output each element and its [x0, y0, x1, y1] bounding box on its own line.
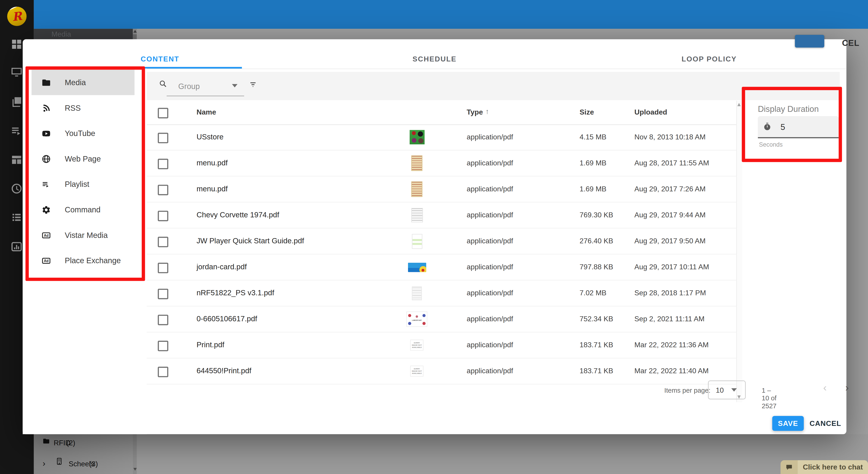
page-range-label: 1 – 10 of 2527 — [762, 386, 776, 410]
file-name: nRF51822_PS v3.1.pdf — [196, 280, 274, 306]
file-size: 769.30 KB — [580, 202, 613, 228]
content-picker-dialog: CONTENT SCHEDULE LOOP POLICY Media RSS Y… — [23, 39, 846, 434]
file-uploaded: Aug 29, 2017 7:26 AM — [634, 177, 706, 202]
file-uploaded: Aug 29, 2017 9:44 AM — [634, 202, 706, 228]
background-scrollbar-thumb — [133, 34, 137, 39]
pagination-bar: Items per page: 10 1 – 10 of 2527 ‹ › — [147, 379, 737, 402]
file-thumbnail — [406, 125, 428, 150]
file-name: menu.pdf — [196, 151, 228, 176]
table-row[interactable]: JW Player Quick Start Guide.pdf applicat… — [147, 228, 737, 254]
row-checkbox[interactable] — [158, 133, 168, 144]
building-icon — [55, 457, 63, 466]
row-checkbox[interactable] — [158, 185, 168, 195]
filter-icon[interactable] — [249, 80, 257, 89]
row-checkbox[interactable] — [158, 315, 168, 325]
reports-icon — [11, 241, 23, 253]
file-name: USstore — [196, 125, 223, 150]
row-checkbox[interactable] — [158, 159, 168, 169]
file-thumbnail — [406, 202, 428, 228]
lists-icon — [11, 211, 23, 223]
file-uploaded: Aug 29, 2017 9:50 AM — [634, 228, 706, 254]
file-uploaded: Sep 2, 2021 11:11 AM — [634, 306, 705, 332]
file-name: menu.pdf — [196, 177, 228, 202]
file-thumbnail — [406, 177, 428, 202]
next-page-button[interactable]: › — [845, 382, 849, 394]
file-name: 0-6605106617.pdf — [196, 306, 257, 332]
file-size: 1.69 MB — [580, 151, 607, 176]
tab-content[interactable]: CONTENT — [23, 39, 297, 69]
table-row[interactable]: menu.pdf application/pdf 1.69 MB Aug 29,… — [147, 177, 737, 202]
group-select[interactable]: Group — [178, 82, 200, 91]
chevron-down-icon — [232, 84, 237, 88]
chat-label: Click here to chat — [803, 463, 863, 471]
column-name[interactable]: Name — [196, 108, 216, 116]
background-tree-header: Media — [34, 29, 133, 39]
search-icon[interactable] — [159, 80, 167, 88]
file-type: application/pdf — [467, 333, 513, 358]
scroll-up-icon[interactable] — [737, 103, 741, 106]
save-button[interactable]: SAVE — [772, 416, 804, 431]
row-checkbox[interactable] — [158, 289, 168, 299]
file-type: application/pdf — [467, 202, 513, 228]
file-size: 276.40 KB — [580, 228, 613, 254]
file-type: application/pdf — [467, 177, 513, 202]
file-size: 4.15 MB — [580, 125, 607, 150]
active-tab-indicator — [139, 67, 242, 68]
table-scrollbar[interactable] — [736, 101, 742, 402]
row-checkbox[interactable] — [158, 237, 168, 247]
table-row[interactable]: USstore application/pdf 4.15 MB Nov 8, 2… — [147, 125, 737, 151]
background-cancel-label: CEL — [842, 38, 860, 48]
items-per-page-select[interactable]: 10 — [708, 380, 746, 399]
row-checkbox[interactable] — [158, 211, 168, 221]
file-name: Print.pdf — [196, 333, 224, 358]
previous-page-button[interactable]: ‹ — [823, 382, 827, 394]
file-size: 752.34 KB — [580, 306, 613, 332]
column-size[interactable]: Size — [580, 108, 594, 116]
file-name: Chevy Corvette 1974.pdf — [196, 202, 279, 228]
cancel-button[interactable]: CANCEL — [810, 416, 840, 431]
column-type[interactable]: Type — [467, 108, 483, 116]
file-type: application/pdf — [467, 151, 513, 176]
table-row[interactable]: jordan-card.pdf application/pdf 797.88 K… — [147, 254, 737, 280]
chevron-right-icon: › — [43, 459, 45, 468]
file-thumbnail — [406, 254, 428, 280]
file-thumbnail: LABOR DAY — [406, 306, 428, 332]
background-save-button — [795, 35, 825, 48]
file-size: 1.69 MB — [580, 177, 607, 202]
column-uploaded[interactable]: Uploaded — [634, 108, 667, 116]
table-header: Name Type ↑ Size Uploaded — [147, 101, 737, 125]
file-type: application/pdf — [467, 254, 513, 280]
select-all-checkbox[interactable] — [158, 108, 168, 118]
dialog-tabs: CONTENT SCHEDULE LOOP POLICY — [23, 39, 846, 69]
file-name: jordan-card.pdf — [196, 254, 247, 280]
file-thumbnail — [406, 151, 428, 176]
file-size: 797.88 KB — [580, 254, 613, 280]
displays-icon — [11, 66, 23, 78]
table-row[interactable]: 0-6605106617.pdf LABOR DAY application/p… — [147, 306, 737, 333]
chat-widget-button[interactable]: Click here to chat — [780, 460, 868, 474]
speech-bubble-icon — [785, 464, 793, 470]
tree-item-count: (2) — [66, 439, 75, 447]
items-per-page-label: Items per page: — [664, 386, 710, 394]
folder-icon — [42, 437, 51, 445]
file-type: application/pdf — [467, 280, 513, 306]
table-row[interactable]: Print.pdf SORRY IMAGE NOT AVAILABLE appl… — [147, 333, 737, 358]
row-checkbox[interactable] — [158, 341, 168, 351]
table-row[interactable]: menu.pdf application/pdf 1.69 MB Aug 28,… — [147, 151, 737, 177]
app-logo: R — [7, 6, 27, 26]
group-select-underline — [166, 96, 244, 96]
file-thumbnail: SORRY IMAGE NOT AVAILABLE — [406, 333, 428, 358]
file-name: JW Player Quick Start Guide.pdf — [196, 228, 304, 254]
row-checkbox[interactable] — [158, 367, 168, 377]
media-library-icon — [11, 96, 23, 108]
file-uploaded: Sep 28, 2018 1:17 PM — [634, 280, 706, 306]
table-row[interactable]: nRF51822_PS v3.1.pdf application/pdf 7.0… — [147, 280, 737, 306]
scroll-up-icon — [133, 30, 136, 33]
row-checkbox[interactable] — [158, 263, 168, 273]
annotation-box-duration — [742, 87, 842, 162]
sort-ascending-icon: ↑ — [486, 107, 489, 116]
file-size: 7.02 MB — [580, 280, 607, 306]
table-row[interactable]: Chevy Corvette 1974.pdf application/pdf … — [147, 202, 737, 228]
file-uploaded: Nov 8, 2013 10:18 AM — [634, 125, 706, 150]
tab-schedule[interactable]: SCHEDULE — [297, 39, 572, 69]
